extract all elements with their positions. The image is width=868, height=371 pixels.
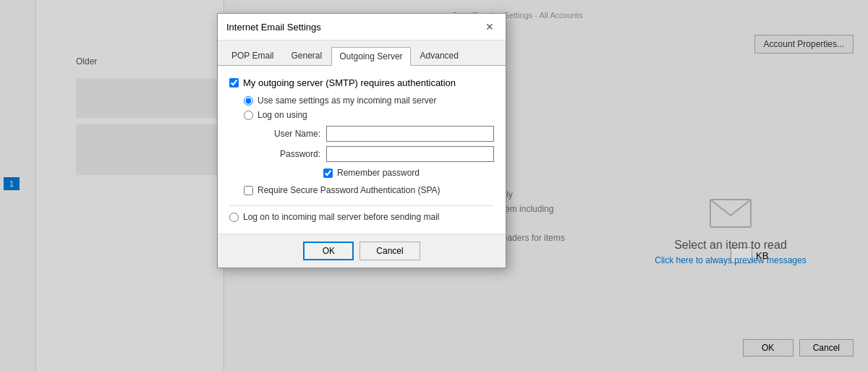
password-input[interactable]	[326, 146, 494, 162]
credentials-grid: User Name: Password:	[255, 126, 494, 162]
dialog-body: My outgoing server (SMTP) requires authe…	[218, 66, 506, 234]
logon-incoming-label: Log on to incoming mail server before se…	[243, 212, 439, 222]
cancel-button[interactable]: Cancel	[359, 242, 420, 260]
dialog-footer: OK Cancel	[218, 234, 506, 268]
dialog-close-button[interactable]: ✕	[482, 20, 497, 34]
remember-password-row: Remember password	[323, 168, 494, 178]
log-on-using-radio[interactable]	[244, 111, 253, 120]
log-on-using-row: Log on using	[244, 110, 494, 120]
dialog-title: Internet Email Settings	[226, 22, 321, 33]
smtp-auth-checkbox[interactable]	[229, 78, 239, 88]
dialog-titlebar: Internet Email Settings ✕	[218, 14, 506, 40]
tab-general[interactable]: General	[283, 46, 330, 65]
spa-label: Require Secure Password Authentication (…	[258, 185, 441, 195]
use-same-settings-label: Use same settings as my incoming mail se…	[258, 95, 436, 106]
remember-password-checkbox[interactable]	[323, 169, 333, 178]
tab-outgoing-server[interactable]: Outgoing Server	[331, 47, 410, 66]
internet-email-settings-dialog: Internet Email Settings ✕ POP Email Gene…	[217, 13, 506, 268]
ok-button[interactable]: OK	[303, 242, 354, 260]
use-same-settings-radio[interactable]	[244, 96, 253, 106]
remember-password-label: Remember password	[337, 168, 420, 178]
logon-incoming-row: Log on to incoming mail server before se…	[229, 212, 494, 222]
tab-advanced[interactable]: Advanced	[412, 46, 467, 65]
tab-pop-email[interactable]: POP Email	[224, 46, 281, 65]
logon-incoming-radio[interactable]	[229, 213, 239, 222]
smtp-auth-row: My outgoing server (SMTP) requires authe…	[229, 77, 494, 88]
username-input[interactable]	[326, 126, 494, 142]
spa-row: Require Secure Password Authentication (…	[244, 185, 494, 195]
spa-checkbox[interactable]	[244, 186, 253, 195]
smtp-auth-label: My outgoing server (SMTP) requires authe…	[243, 77, 456, 88]
password-label: Password:	[255, 149, 320, 159]
separator	[229, 205, 494, 206]
dialog-tabs: POP Email General Outgoing Server Advanc…	[218, 40, 506, 66]
auth-radio-group: Use same settings as my incoming mail se…	[244, 95, 494, 120]
log-on-using-label: Log on using	[258, 110, 307, 120]
username-label: User Name:	[255, 129, 320, 139]
use-same-settings-row: Use same settings as my incoming mail se…	[244, 95, 494, 106]
